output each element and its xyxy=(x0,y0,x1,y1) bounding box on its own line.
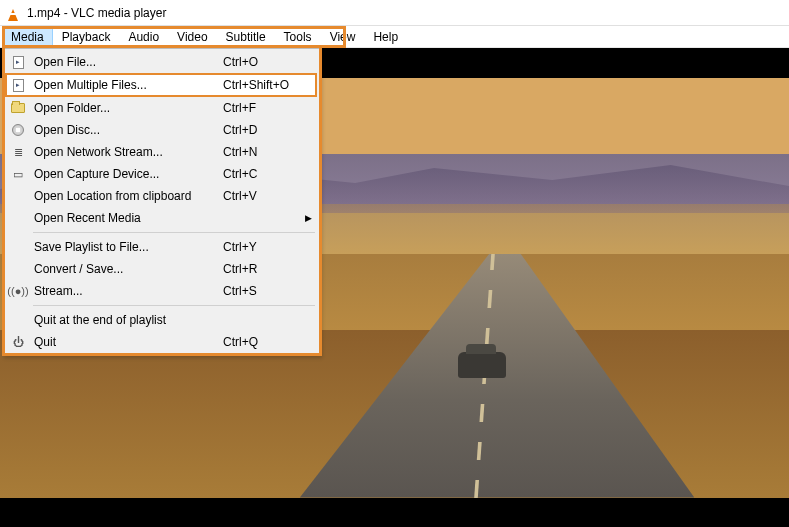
menu-label: Open Location from clipboard xyxy=(28,189,223,203)
menu-shortcut: Ctrl+O xyxy=(223,55,303,69)
menu-audio[interactable]: Audio xyxy=(119,28,168,46)
menu-shortcut: Ctrl+R xyxy=(223,262,303,276)
menu-label: Save Playlist to File... xyxy=(28,240,223,254)
capture-icon: ▭ xyxy=(8,166,28,182)
blank-icon xyxy=(8,312,28,328)
menu-shortcut: Ctrl+Y xyxy=(223,240,303,254)
menu-video[interactable]: Video xyxy=(168,28,216,46)
menu-stream[interactable]: ((●)) Stream... Ctrl+S xyxy=(5,280,317,302)
menu-subtitle[interactable]: Subtitle xyxy=(217,28,275,46)
menu-view[interactable]: View xyxy=(321,28,365,46)
blank-icon xyxy=(8,210,28,226)
menu-label: Open File... xyxy=(28,55,223,69)
menu-shortcut: Ctrl+Shift+O xyxy=(223,78,303,92)
menu-open-file[interactable]: Open File... Ctrl+O xyxy=(5,51,317,73)
menu-label: Open Disc... xyxy=(28,123,223,137)
menu-label: Convert / Save... xyxy=(28,262,223,276)
quit-icon: ⏻ xyxy=(8,334,28,350)
menu-shortcut: Ctrl+F xyxy=(223,101,303,115)
menu-label: Open Recent Media xyxy=(28,211,223,225)
menu-media[interactable]: Media xyxy=(2,28,53,46)
menu-label: Open Network Stream... xyxy=(28,145,223,159)
menu-shortcut: Ctrl+D xyxy=(223,123,303,137)
menu-open-capture-device[interactable]: ▭ Open Capture Device... Ctrl+C xyxy=(5,163,317,185)
menu-open-location-clipboard[interactable]: Open Location from clipboard Ctrl+V xyxy=(5,185,317,207)
file-play-icon xyxy=(8,54,28,70)
folder-icon xyxy=(8,100,28,116)
menubar: Media Playback Audio Video Subtitle Tool… xyxy=(0,26,789,48)
menu-playback[interactable]: Playback xyxy=(53,28,120,46)
video-scene-car xyxy=(458,352,506,378)
submenu-arrow-icon: ▶ xyxy=(303,213,313,223)
menu-open-recent-media[interactable]: Open Recent Media ▶ xyxy=(5,207,317,229)
menu-open-folder[interactable]: Open Folder... Ctrl+F xyxy=(5,97,317,119)
stream-icon: ((●)) xyxy=(8,283,28,299)
menu-label: Quit at the end of playlist xyxy=(28,313,223,327)
menu-shortcut: Ctrl+N xyxy=(223,145,303,159)
menu-tools[interactable]: Tools xyxy=(275,28,321,46)
menu-label: Open Capture Device... xyxy=(28,167,223,181)
menu-label: Open Folder... xyxy=(28,101,223,115)
menu-label: Open Multiple Files... xyxy=(28,78,223,92)
titlebar: 1.mp4 - VLC media player xyxy=(0,0,789,26)
menu-shortcut: Ctrl+V xyxy=(223,189,303,203)
menu-label: Stream... xyxy=(28,284,223,298)
menu-save-playlist[interactable]: Save Playlist to File... Ctrl+Y xyxy=(5,236,317,258)
menu-label: Quit xyxy=(28,335,223,349)
menu-help[interactable]: Help xyxy=(364,28,407,46)
menu-open-disc[interactable]: Open Disc... Ctrl+D xyxy=(5,119,317,141)
menu-separator xyxy=(33,305,315,306)
menu-shortcut: Ctrl+C xyxy=(223,167,303,181)
disc-icon xyxy=(8,122,28,138)
network-icon: ≣ xyxy=(8,144,28,160)
blank-icon xyxy=(8,188,28,204)
menu-convert-save[interactable]: Convert / Save... Ctrl+R xyxy=(5,258,317,280)
menu-shortcut: Ctrl+Q xyxy=(223,335,303,349)
menu-open-multiple-files[interactable]: Open Multiple Files... Ctrl+Shift+O xyxy=(5,73,317,97)
menu-separator xyxy=(33,232,315,233)
blank-icon xyxy=(8,239,28,255)
menu-shortcut: Ctrl+S xyxy=(223,284,303,298)
menu-open-network-stream[interactable]: ≣ Open Network Stream... Ctrl+N xyxy=(5,141,317,163)
menu-quit-end-playlist[interactable]: Quit at the end of playlist xyxy=(5,309,317,331)
vlc-cone-icon xyxy=(5,5,21,21)
media-menu-dropdown: Open File... Ctrl+O Open Multiple Files.… xyxy=(2,48,320,356)
blank-icon xyxy=(8,261,28,277)
menu-quit[interactable]: ⏻ Quit Ctrl+Q xyxy=(5,331,317,353)
file-play-icon xyxy=(8,77,28,93)
window-title: 1.mp4 - VLC media player xyxy=(27,6,166,20)
